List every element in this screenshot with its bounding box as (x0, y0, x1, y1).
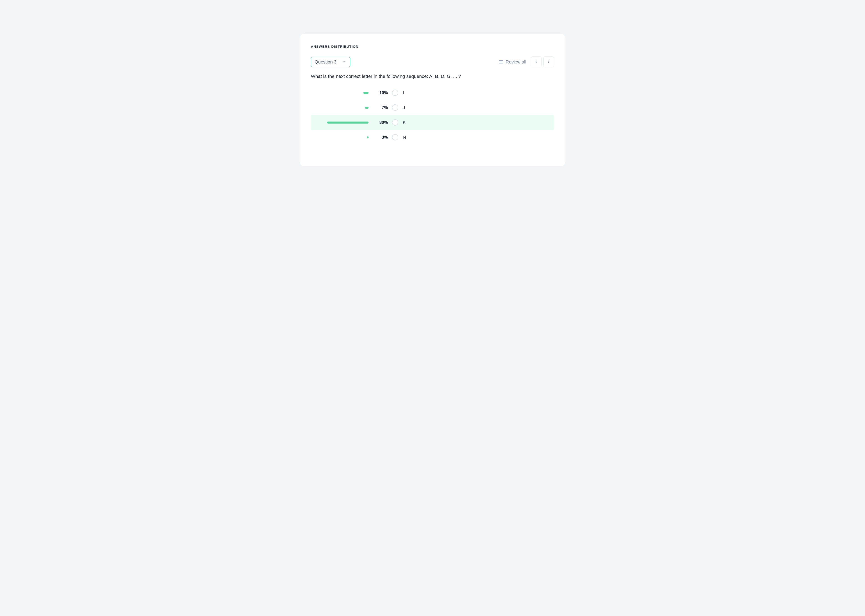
distribution-bar (363, 92, 369, 94)
controls-row: Question 3 Review all (311, 57, 554, 67)
chevron-down-icon (342, 60, 346, 64)
review-all-button[interactable]: Review all (498, 60, 526, 64)
radio-cell (388, 104, 402, 111)
distribution-bar (365, 107, 369, 109)
radio-icon[interactable] (392, 90, 398, 96)
right-controls: Review all (498, 57, 554, 67)
bar-cell (311, 92, 369, 94)
radio-icon[interactable] (392, 104, 398, 111)
distribution-bar (327, 121, 369, 124)
nav-buttons (531, 57, 554, 67)
radio-cell (388, 90, 402, 96)
answers-distribution-card: ANSWERS DISTRIBUTION Question 3 Review a… (300, 34, 565, 166)
answer-row: 10% I (311, 85, 554, 100)
next-button[interactable] (543, 57, 554, 67)
radio-cell (388, 134, 402, 140)
question-text: What is the next correct letter in the f… (311, 74, 554, 79)
answer-row: 80% K (311, 115, 554, 130)
card-title: ANSWERS DISTRIBUTION (311, 44, 554, 49)
bar-cell (311, 107, 369, 109)
answers-list: 10% I 7% J 80% K (311, 85, 554, 145)
review-all-label: Review all (506, 60, 526, 64)
answer-percent: 10% (369, 90, 388, 95)
question-selector[interactable]: Question 3 (311, 57, 350, 67)
radio-cell (388, 119, 402, 126)
bar-cell (311, 137, 369, 138)
answer-label: N (402, 135, 406, 140)
answer-label: K (402, 120, 406, 125)
answer-percent: 7% (369, 105, 388, 110)
answer-row: 3% N (311, 130, 554, 145)
radio-icon[interactable] (392, 134, 398, 140)
menu-icon (498, 60, 503, 64)
prev-button[interactable] (531, 57, 542, 67)
chevron-left-icon (534, 60, 538, 64)
answer-row: 7% J (311, 100, 554, 115)
answer-label: J (402, 105, 405, 110)
answer-percent: 80% (369, 120, 388, 125)
question-selector-label: Question 3 (315, 60, 337, 64)
chevron-right-icon (547, 60, 551, 64)
bar-cell (311, 121, 369, 124)
answer-percent: 3% (369, 135, 388, 140)
answer-label: I (402, 90, 404, 96)
radio-icon[interactable] (392, 119, 398, 126)
distribution-bar (367, 137, 369, 138)
